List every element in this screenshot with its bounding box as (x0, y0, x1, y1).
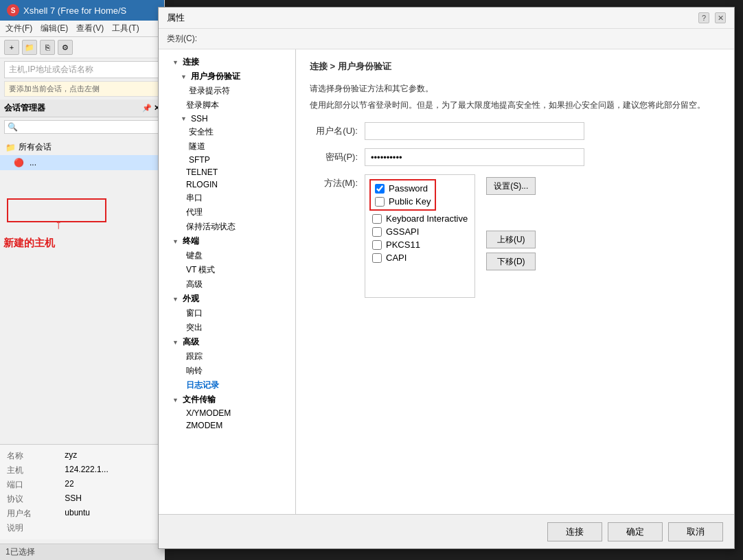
address-placeholder: 主机,IP地址或会话名称 (9, 65, 93, 74)
method-keyboard-item: Keyboard Interactive (369, 212, 470, 225)
cat-section-连接[interactable]: ▼连接 (159, 55, 295, 69)
category-tree: ▼连接▼用户身份验证登录提示符登录脚本▼SSH安全性隧道SFTPTELNETRL… (159, 55, 295, 432)
dialog-title: 属性 (167, 12, 185, 24)
tree-root-label: 所有会话 (19, 141, 52, 153)
xshell-logo-icon: S (7, 4, 19, 16)
username-label: 用户名(U): (310, 125, 365, 137)
folder-icon: 📁 (5, 143, 16, 152)
password-row: 密码(P): (310, 148, 720, 166)
username-row: 用户名(U): (310, 122, 720, 140)
method-pkcs11-label: PKCS11 (386, 240, 420, 250)
cat-item-窗口[interactable]: 窗口 (159, 306, 295, 320)
ok-button[interactable]: 确定 (608, 522, 663, 541)
method-keyboard-checkbox[interactable] (372, 214, 382, 224)
toolbar-copy-btn[interactable]: ⎘ (40, 40, 55, 55)
cat-item-SSH[interactable]: ▼SSH (159, 113, 295, 125)
method-publickey-checkbox[interactable] (375, 197, 385, 207)
method-password-checkbox[interactable] (375, 184, 385, 194)
status-bar: 1已选择 (0, 544, 165, 560)
session-search-bar[interactable] (4, 120, 160, 134)
cat-item-响铃[interactable]: 响铃 (159, 364, 295, 378)
method-password-item: Password (372, 182, 433, 195)
cat-item-SFTP[interactable]: SFTP (159, 154, 295, 166)
methods-action-buttons: 设置(S)... 上移(U) 下移(D) (486, 174, 536, 270)
properties-dialog: 属性 ? ✕ 类别(C): ▼连接▼用户身份验证登录提示符登录脚本▼SSH安全性… (158, 7, 735, 549)
cat-item-跟踪[interactable]: 跟踪 (159, 349, 295, 364)
dialog-close-button[interactable]: ✕ (715, 12, 726, 23)
tree-root-item[interactable]: 📁 所有会话 (0, 139, 164, 155)
address-bar[interactable]: 主机,IP地址或会话名称 (4, 61, 160, 78)
connect-button[interactable]: 连接 (547, 522, 602, 541)
method-capi-checkbox[interactable] (372, 253, 382, 263)
cat-section-外观[interactable]: ▼外观 (159, 292, 295, 306)
app-menu: 文件(F) 编辑(E) 查看(V) 工具(T) (0, 21, 164, 37)
cat-item-用户身份验证[interactable]: ▼用户身份验证 (159, 69, 295, 84)
menu-tools[interactable]: 工具(T) (112, 23, 139, 34)
method-publickey-label: Public Key (389, 196, 431, 207)
session-info-row: 名称zyz (4, 449, 154, 463)
cat-item-TELNET[interactable]: TELNET (159, 166, 295, 178)
menu-edit[interactable]: 编辑(E) (41, 23, 68, 34)
dialog-title-buttons: ? ✕ (698, 12, 726, 23)
app-titlebar: S Xshell 7 (Free for Home/S (0, 0, 164, 21)
dialog-help-button[interactable]: ? (698, 12, 709, 23)
cat-item-键盘[interactable]: 键盘 (159, 248, 295, 263)
toolbar-folder-btn[interactable]: 📁 (22, 40, 37, 55)
session-info-row: 协议SSH (4, 492, 154, 506)
password-label: 密码(P): (310, 151, 365, 163)
category-label-text: 类别(C): (167, 34, 197, 43)
cat-item-保持活动状态[interactable]: 保持活动状态 (159, 220, 295, 234)
method-gssapi-item: GSSAPI (369, 225, 470, 238)
cat-item-ZMODEM[interactable]: ZMODEM (159, 419, 295, 432)
username-input[interactable] (365, 122, 584, 140)
cat-item-串口[interactable]: 串口 (159, 191, 295, 205)
move-down-button[interactable]: 下移(D) (486, 253, 536, 270)
desc-text-1: 请选择身份验证方法和其它参数。 (310, 82, 720, 95)
cat-item-突出[interactable]: 突出 (159, 320, 295, 335)
toolbar-new-btn[interactable]: + (4, 40, 19, 55)
method-capi-label: CAPI (386, 253, 407, 263)
cat-item-VT 模式[interactable]: VT 模式 (159, 263, 295, 277)
cat-section-文件传输[interactable]: ▼文件传输 (159, 393, 295, 407)
add-session-bar: 要添加当前会话，点击左侧 (4, 81, 160, 97)
dialog-titlebar: 属性 ? ✕ (159, 8, 734, 29)
cancel-button[interactable]: 取消 (668, 522, 723, 541)
cat-item-RLOGIN[interactable]: RLOGIN (159, 178, 295, 191)
cat-section-终端[interactable]: ▼终端 (159, 234, 295, 248)
password-input[interactable] (365, 148, 584, 166)
session-search-input[interactable] (4, 120, 160, 134)
content-panel: 连接 > 用户身份验证 请选择身份验证方法和其它参数。 使用此部分以节省登录时间… (296, 49, 734, 528)
tree-session-item-1[interactable]: 🔴 ... (0, 155, 164, 170)
up-arrow-icon: ↑ (55, 216, 62, 232)
new-host-text: 新建的主机 (3, 237, 55, 248)
cat-item-高级[interactable]: 高级 (159, 277, 295, 292)
cat-item-安全性[interactable]: 安全性 (159, 125, 295, 139)
cat-section-高级[interactable]: ▼高级 (159, 335, 295, 349)
cat-item-X/YMODEM[interactable]: X/YMODEM (159, 407, 295, 419)
menu-file[interactable]: 文件(F) (5, 23, 32, 34)
status-text: 1已选择 (5, 547, 35, 557)
session-icon-1: 🔴 (14, 158, 24, 167)
move-up-button[interactable]: 上移(U) (486, 231, 536, 248)
new-host-annotation: 新建的主机 (3, 237, 55, 249)
session-info-row: 主机124.222.1... (4, 463, 154, 478)
session-info-table: 名称zyz主机124.222.1...端口22协议SSH用户名ubuntu说明 (4, 449, 154, 535)
cat-item-代理[interactable]: 代理 (159, 205, 295, 220)
method-pkcs11-checkbox[interactable] (372, 240, 382, 250)
toolbar-settings-btn[interactable]: ⚙ (58, 40, 73, 55)
app-title: Xshell 7 (Free for Home/S (23, 5, 126, 16)
settings-button[interactable]: 设置(S)... (486, 177, 536, 195)
cat-item-登录提示符[interactable]: 登录提示符 (159, 84, 295, 98)
session-manager-title: 会话管理器 (4, 102, 45, 114)
cat-item-登录脚本[interactable]: 登录脚本 (159, 98, 295, 113)
method-gssapi-label: GSSAPI (386, 226, 419, 237)
method-gssapi-checkbox[interactable] (372, 227, 382, 237)
dialog-footer: 连接 确定 取消 (159, 514, 734, 548)
methods-row: 方法(M): Password Public Key (310, 174, 720, 298)
cat-item-日志记录[interactable]: 日志记录 (159, 378, 295, 393)
menu-view[interactable]: 查看(V) (76, 23, 104, 34)
app-toolbar: + 📁 ⎘ ⚙ (0, 37, 164, 58)
method-publickey-item: Public Key (372, 195, 433, 208)
cat-item-隧道[interactable]: 隧道 (159, 139, 295, 154)
session-info-row: 说明 (4, 521, 154, 535)
